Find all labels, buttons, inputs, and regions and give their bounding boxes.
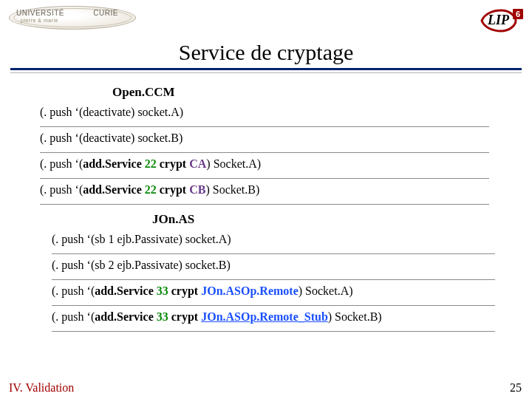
openccm-block: (. push ‘(deactivate) socket.A) (. push …	[40, 101, 532, 205]
code-line: (. push ‘(add.Service 22 crypt CB) Socke…	[40, 179, 489, 205]
code-text: (. push ‘(	[40, 157, 83, 170]
slide-title: Service de cryptage	[0, 40, 532, 65]
code-text: ) Socket.B)	[328, 310, 382, 323]
code-line: (. push ‘(sb 2 ejb.Passivate) socket.B)	[52, 254, 495, 280]
code-keyword: crypt	[157, 157, 189, 170]
slide-header: UNIVERSITÉ CURIE pierre & marie LIP 6	[0, 0, 532, 37]
title-underline	[10, 68, 522, 75]
code-arg: CA	[189, 157, 206, 170]
code-text: (. push ‘(	[52, 284, 95, 297]
code-text: (. push ‘(deactivate) socket.B)	[40, 132, 183, 144]
code-keyword: crypt	[168, 284, 201, 297]
code-command: add.Service	[95, 284, 157, 297]
code-line: (. push ‘(add.Service 22 crypt CA) Socke…	[40, 153, 489, 179]
code-keyword: crypt	[168, 310, 201, 323]
lip-text: LIP	[487, 13, 510, 27]
jonas-label: JOn.AS	[152, 212, 532, 227]
code-text: ) Socket.A)	[299, 284, 353, 297]
code-number: 22	[145, 157, 157, 170]
code-text: (. push ‘(	[40, 183, 83, 196]
code-arg: JOn.ASOp.Remote	[201, 284, 299, 297]
openccm-label: Open.CCM	[112, 85, 532, 100]
code-command: add.Service	[83, 157, 145, 170]
code-text: ) Socket.B)	[205, 183, 259, 196]
code-command: add.Service	[83, 183, 145, 196]
page-number: 25	[510, 381, 522, 395]
code-command: add.Service	[95, 310, 157, 323]
code-number: 22	[145, 183, 157, 196]
lip-badge-number: 6	[516, 10, 520, 18]
upmc-line2: pierre & marie	[21, 18, 58, 23]
code-arg: JOn.ASOp.Remote_Stub	[201, 310, 328, 323]
upmc-logo: UNIVERSITÉ CURIE pierre & marie	[6, 4, 139, 31]
code-arg: CB	[189, 183, 205, 196]
upmc-line1b: CURIE	[93, 9, 118, 17]
code-text: (. push ‘(deactivate) socket.A)	[40, 106, 183, 118]
code-line: (. push ‘(deactivate) socket.B)	[40, 127, 489, 153]
lip-logo: LIP 6	[480, 7, 525, 33]
jonas-block: (. push ‘(sb 1 ejb.Passivate) socket.A) …	[52, 228, 532, 332]
code-text: (. push ‘(	[52, 310, 95, 323]
code-line: (. push ‘(add.Service 33 crypt JOn.ASOp.…	[52, 306, 495, 332]
code-line: (. push ‘(sb 1 ejb.Passivate) socket.A)	[52, 228, 495, 254]
code-text: ) Socket.A)	[206, 157, 261, 170]
footer-section: IV. Validation	[9, 381, 74, 395]
code-text: (. push ‘(sb 2 ejb.Passivate) socket.B)	[52, 259, 231, 271]
code-number: 33	[157, 310, 168, 323]
code-line: (. push ‘(add.Service 33 crypt JOn.ASOp.…	[52, 280, 495, 306]
code-number: 33	[157, 284, 168, 297]
upmc-line1a: UNIVERSITÉ	[16, 9, 64, 17]
code-text: (. push ‘(sb 1 ejb.Passivate) socket.A)	[52, 233, 231, 245]
code-line: (. push ‘(deactivate) socket.A)	[40, 101, 489, 127]
code-keyword: crypt	[157, 183, 189, 196]
